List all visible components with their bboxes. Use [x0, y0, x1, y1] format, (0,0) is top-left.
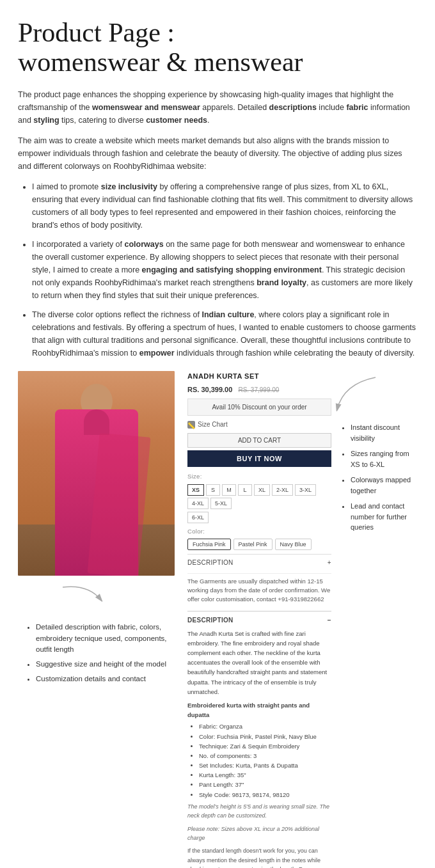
product-name: ANADH KURTA SET	[187, 371, 331, 382]
bullet-list: I aimed to promote size inclusivity by o…	[18, 180, 417, 359]
desc-fabric-1: Fabric: Organza	[199, 722, 331, 731]
size-5xl[interactable]: 5-XL	[210, 498, 232, 509]
right-annotation-3: Colorways mapped together	[351, 475, 417, 496]
product-image-col: Detailed description with fabric, colors…	[18, 371, 181, 868]
right-annotation-col: Instant discount visibility Sizes rangin…	[334, 371, 417, 868]
color-grid: Fuchsia Pink Pastel Pink Navy Blue	[187, 539, 331, 550]
left-annotation: Detailed description with fabric, colors…	[18, 622, 181, 684]
desc-para1: The Anadh Kurta Set is crafted with fine…	[187, 629, 331, 697]
description-expand-icon: +	[328, 558, 331, 567]
product-main-row: Detailed description with fabric, colors…	[18, 371, 417, 868]
desc-fabric-6: Kurta Length: 35"	[199, 770, 331, 780]
size-chart-link[interactable]: 📏 Size Chart	[187, 420, 331, 429]
color-section-label: Color:	[187, 527, 331, 536]
size-2xl[interactable]: 2-XL	[272, 484, 293, 496]
right-annotation-list: Instant discount visibility Sizes rangin…	[339, 422, 417, 533]
desc-subtitle: Embroidered kurta with straight pants an…	[187, 700, 331, 720]
arrow-to-desc	[56, 581, 107, 613]
size-l[interactable]: L	[238, 484, 252, 496]
product-detail-col: ANADH KURTA SET RS. 30,399.00 RS. 37,999…	[181, 371, 334, 868]
page-wrapper: Product Page : womenswear & menswear The…	[0, 0, 435, 868]
size-note: Please note: Sizes above XL incur a 20% …	[187, 825, 331, 843]
size-s[interactable]: S	[206, 484, 220, 496]
right-annotation-2: Sizes ranging from XS to 6-XL	[351, 448, 417, 470]
desc-fabric-7: Pant Length: 37"	[199, 780, 331, 789]
bullet-item-3: The diverse color options reflect the ri…	[32, 308, 417, 359]
size-section-label: Size:	[187, 472, 331, 481]
arrow-to-discount	[324, 371, 388, 422]
title-line2: womenswear & menswear	[18, 47, 303, 77]
description-label: DESCRIPTION	[187, 558, 233, 567]
bullet-item-2: I incorporated a variety of colorways on…	[32, 238, 417, 302]
product-image-box	[18, 371, 175, 576]
color-fuchsia[interactable]: Fuchsia Pink	[187, 539, 231, 550]
title-line1: Product Page :	[18, 18, 175, 47]
size-xs[interactable]: XS	[187, 484, 204, 496]
description-row-collapsed[interactable]: DESCRIPTION +	[187, 554, 331, 571]
desc-fabric-list: Fabric: Organza Color: Fuchsia Pink, Pas…	[187, 722, 331, 800]
left-annotation-item-2: Suggestive size and height of the model	[36, 659, 181, 670]
size-xl[interactable]: XL	[254, 484, 270, 496]
price-line: RS. 30,399.00 RS. 37,999.00	[187, 384, 331, 395]
model-note: The model's height is 5'5 and is wearing…	[187, 802, 331, 821]
left-annotation-item-3: Customization details and contact	[36, 674, 181, 684]
size-3xl[interactable]: 3-XL	[295, 484, 316, 496]
right-annotation-1: Instant discount visibility	[351, 422, 417, 443]
size-grid: XS S M L XL 2-XL 3-XL 4-XL 5-XL	[187, 484, 331, 509]
desc-expanded-header: DESCRIPTION −	[187, 615, 331, 625]
desc-expanded-label: DESCRIPTION	[187, 615, 233, 625]
dispatch-note: The Garments are usually dispatched with…	[187, 573, 331, 604]
woman-figure	[18, 371, 175, 576]
size-chart-label: Size Chart	[198, 420, 228, 429]
page-title: Product Page : womenswear & menswear	[18, 18, 417, 77]
discount-banner: Avail 10% Discount on your order	[187, 398, 331, 416]
desc-collapse-icon: −	[328, 615, 331, 625]
color-navy[interactable]: Navy Blue	[275, 539, 312, 550]
desc-fabric-8: Style Code: 98173, 98174, 98120	[199, 790, 331, 800]
buy-now-button[interactable]: BUY IT NOW	[187, 450, 331, 467]
intro-para2: The aim was to create a website which me…	[18, 134, 417, 173]
description-expanded: DESCRIPTION − The Anadh Kurta Set is cra…	[187, 611, 331, 868]
desc-fabric-2: Color: Fuchsia Pink, Pastel Pink, Navy B…	[199, 732, 331, 741]
kurta-figure	[55, 409, 138, 576]
bullet-item-1: I aimed to promote size inclusivity by o…	[32, 180, 417, 232]
size-chart-icon: 📏	[187, 421, 195, 429]
intro-para1: The product page enhances the shopping e…	[18, 88, 417, 127]
left-annotation-list: Detailed description with fabric, colors…	[24, 622, 181, 684]
intro-section: The product page enhances the shopping e…	[18, 88, 417, 173]
add-to-cart-button[interactable]: ADD TO CART	[187, 433, 331, 448]
desc-fabric-3: Technique: Zari & Sequin Embroidery	[199, 741, 331, 751]
price-original: RS. 37,999.00	[238, 386, 279, 393]
color-pastel[interactable]: Pastel Pink	[233, 539, 273, 550]
price-current: RS. 30,399.00	[187, 386, 232, 393]
desc-fabric-4: No. of components: 3	[199, 751, 331, 761]
right-annotation-4: Lead and contact number for further quer…	[351, 501, 417, 533]
desc-fabric-5: Set Includes: Kurta, Pants & Dupatta	[199, 761, 331, 770]
left-annotation-item-1: Detailed description with fabric, colors…	[36, 622, 181, 655]
size-4xl[interactable]: 4-XL	[187, 498, 209, 509]
size-6xl[interactable]: 6-XL	[187, 512, 209, 523]
size-m[interactable]: M	[222, 484, 236, 496]
customization-note: If the standard length doesn't work for …	[187, 846, 331, 868]
